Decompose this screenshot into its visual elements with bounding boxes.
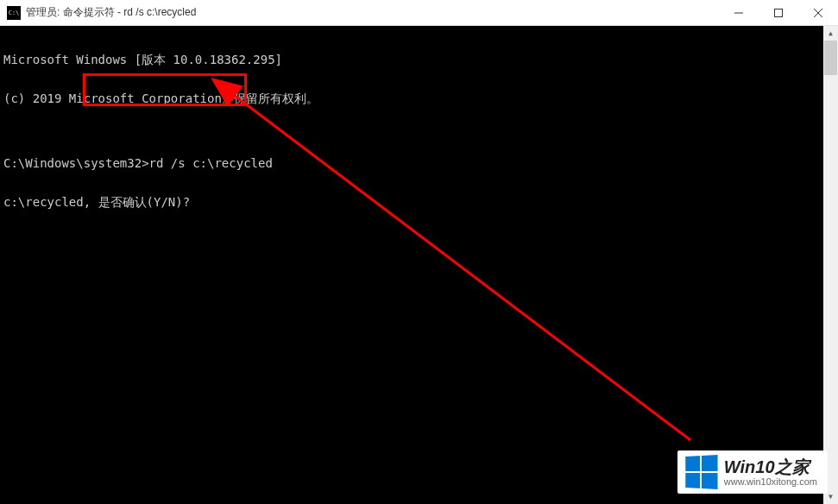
close-button[interactable]	[798, 0, 838, 25]
terminal-area: Microsoft Windows [版本 10.0.18362.295] (c…	[0, 26, 838, 504]
output-line: Microsoft Windows [版本 10.0.18362.295]	[3, 54, 820, 66]
scroll-track[interactable]	[823, 41, 838, 489]
vertical-scrollbar[interactable]: ▲ ▼	[823, 26, 838, 504]
minimize-button[interactable]	[719, 0, 759, 25]
watermark: Win10之家 www.win10xitong.com	[677, 450, 828, 494]
maximize-button[interactable]	[759, 0, 798, 25]
watermark-title: Win10之家	[724, 457, 817, 476]
confirm-prompt: 是否确认(Y/N)?	[91, 195, 197, 209]
titlebar[interactable]: 管理员: 命令提示符 - rd /s c:\recycled	[0, 0, 838, 26]
scroll-up-button[interactable]: ▲	[823, 26, 838, 41]
prompt-prefix: c:\recycled,	[3, 195, 91, 209]
prompt-line: c:\recycled, 是否确认(Y/N)?	[3, 196, 820, 209]
scroll-thumb[interactable]	[824, 41, 837, 75]
window-controls	[719, 0, 838, 25]
watermark-url: www.win10xitong.com	[724, 476, 817, 487]
terminal-output[interactable]: Microsoft Windows [版本 10.0.18362.295] (c…	[0, 26, 823, 504]
window-title: 管理员: 命令提示符 - rd /s c:\recycled	[26, 5, 719, 20]
output-line: (c) 2019 Microsoft Corporation。保留所有权利。	[3, 92, 820, 105]
svg-rect-1	[775, 9, 783, 16]
windows-logo-icon	[685, 455, 717, 489]
watermark-text: Win10之家 www.win10xitong.com	[724, 457, 817, 487]
window-frame: 管理员: 命令提示符 - rd /s c:\recycled Microsoft…	[0, 0, 838, 504]
cmd-icon	[7, 6, 21, 20]
command-line: C:\Windows\system32>rd /s c:\recycled	[3, 157, 820, 170]
